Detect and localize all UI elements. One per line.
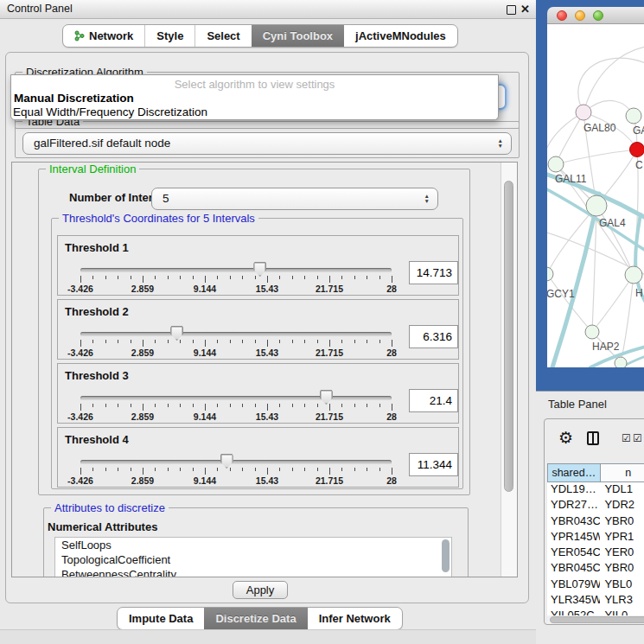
checkbox-icon[interactable]: ☑: [633, 433, 642, 443]
algorithm-option-equal-width[interactable]: Equal Width/Frequency Discretization: [13, 105, 207, 118]
slider-tick: [217, 340, 218, 343]
attribute-list-item[interactable]: SelfLoops: [55, 538, 451, 552]
table-row[interactable]: YPR145WYPR1: [547, 530, 644, 545]
tab-impute-data[interactable]: Impute Data: [118, 608, 204, 629]
slider-tick: [155, 404, 156, 407]
table-row[interactable]: YER054CYER0: [547, 545, 644, 561]
slider-tick: [341, 404, 342, 407]
panel-scrollbar-thumb[interactable]: [504, 181, 513, 492]
slider-track[interactable]: [80, 332, 392, 336]
network-node[interactable]: [630, 143, 644, 157]
float-window-icon[interactable]: [507, 5, 516, 15]
columns-icon[interactable]: [587, 431, 599, 445]
slider-tick-label: -3.426: [59, 348, 102, 358]
slider-track[interactable]: [80, 268, 392, 272]
app-root: Control Panel ✕ NetworkStyleSelectCyni T…: [0, 0, 644, 644]
interval-definition-group: Interval Definition Number of Intervals …: [38, 169, 470, 495]
slider-thumb[interactable]: [170, 326, 183, 341]
network-node[interactable]: [548, 156, 564, 172]
cell-name: YLR3: [600, 593, 644, 609]
network-node[interactable]: [547, 267, 553, 281]
checkbox-icon[interactable]: ☑: [622, 433, 631, 443]
table-row[interactable]: YBR045CYBR0: [547, 561, 644, 577]
column-header-shared-name[interactable]: shared…: [547, 463, 601, 482]
tab-infer-network[interactable]: Infer Network: [308, 608, 402, 629]
slider-tick-label: -3.426: [59, 284, 102, 294]
tab-cyni-toolbox[interactable]: Cyni Toolbox: [252, 25, 344, 47]
table-row[interactable]: YLR345WYLR3: [547, 593, 644, 609]
slider-tick: [230, 340, 231, 343]
list-scrollbar[interactable]: [442, 539, 450, 572]
network-view-window[interactable]: GAL80GACGAL11GAL4GCY1HHAP2: [536, 0, 644, 391]
close-icon[interactable]: ✕: [520, 2, 530, 17]
tab-jactivemnodules[interactable]: jActiveMNodules: [344, 25, 457, 47]
algorithm-hint-option[interactable]: Select algorithm to view settings: [11, 78, 498, 91]
network-canvas[interactable]: GAL80GACGAL11GAL4GCY1HHAP2: [547, 24, 644, 367]
panel-scrollbar-track[interactable]: [501, 163, 517, 577]
minimize-traffic-light-icon[interactable]: [575, 10, 585, 21]
zoom-traffic-light-icon[interactable]: [593, 10, 603, 21]
slider-track[interactable]: [80, 396, 392, 400]
network-node[interactable]: [576, 105, 591, 120]
combobox-stepper-icon[interactable]: ▲▼: [424, 194, 430, 204]
number-of-intervals-combobox[interactable]: 5 ▲▼: [151, 188, 438, 210]
tab-select[interactable]: Select: [194, 25, 251, 47]
tab-network[interactable]: Network: [63, 25, 144, 47]
slider-thumb[interactable]: [320, 390, 333, 405]
table-row[interactable]: YBR043CYBR0: [547, 514, 644, 530]
slider-tick: [180, 276, 181, 279]
tab-discretize-data[interactable]: Discretize Data: [204, 608, 307, 629]
table-data-combobox-value: galFiltered.sif default node: [34, 133, 170, 154]
apply-button[interactable]: Apply: [233, 581, 288, 599]
slider-tick: [118, 404, 118, 407]
slider-tick: [118, 276, 118, 279]
threshold-row: Threshold 2-3.4262.8599.14415.4321.71528…: [57, 299, 459, 360]
numerical-attributes-list[interactable]: SelfLoopsTopologicalCoefficientBetweenne…: [54, 537, 452, 577]
gear-icon[interactable]: ⚙: [558, 430, 573, 446]
slider-tick: [304, 404, 305, 407]
slider-tick: [242, 276, 243, 279]
table-row[interactable]: YIL052CYIL0: [547, 609, 644, 615]
slider-tick: [292, 404, 293, 407]
network-node[interactable]: [626, 108, 641, 124]
network-node[interactable]: [585, 325, 599, 339]
tab-style[interactable]: Style: [144, 25, 194, 47]
network-window-titlebar[interactable]: [547, 7, 644, 24]
slider-tick: [168, 468, 169, 471]
cell-name: YBR0: [600, 514, 644, 530]
threshold-value-field[interactable]: 6.316: [409, 325, 458, 348]
horizontal-scrollbar-thumb[interactable]: [550, 616, 644, 623]
slider-tick: [267, 276, 268, 283]
threshold-value-field[interactable]: 11.344: [409, 453, 458, 476]
slider-tick: [392, 404, 392, 411]
threshold-value-field[interactable]: 14.713: [409, 261, 458, 284]
table-row[interactable]: YDL19…YDL1: [547, 482, 644, 498]
combobox-stepper-icon[interactable]: ▲▼: [498, 138, 503, 149]
slider-track[interactable]: [80, 460, 392, 464]
network-node[interactable]: [586, 195, 607, 216]
column-header-name[interactable]: n: [601, 463, 644, 482]
algorithm-option-manual[interactable]: Manual Discretization: [14, 92, 134, 105]
control-panel-title: Control Panel: [7, 0, 73, 18]
slider-thumb[interactable]: [253, 262, 266, 277]
table-row[interactable]: YBL079WYBL0: [547, 577, 644, 593]
slider-tick: [105, 404, 106, 407]
network-node[interactable]: [625, 266, 642, 284]
table-data-combobox[interactable]: galFiltered.sif default node ▲▼: [22, 132, 512, 155]
slider-tick: [292, 340, 293, 343]
slider-tick: [92, 276, 93, 279]
close-traffic-light-icon[interactable]: [557, 10, 567, 21]
attribute-list-item[interactable]: BetweennessCentrality: [55, 567, 451, 577]
horizontal-scrollbar-track[interactable]: [547, 615, 644, 624]
slider-tick: [304, 276, 305, 279]
network-node[interactable]: [615, 357, 627, 367]
attributes-group: Attributes to discretize Numerical Attri…: [43, 507, 469, 577]
slider-tick: [193, 468, 194, 471]
slider-thumb[interactable]: [220, 454, 233, 469]
threshold-value-field[interactable]: 21.4: [409, 389, 458, 412]
table-data-group: Table Data galFiltered.sif default node …: [15, 121, 520, 158]
slider-tick: [367, 404, 367, 407]
slider-tick: [155, 276, 156, 279]
table-row[interactable]: YDR27…YDR2: [547, 498, 644, 513]
attribute-list-item[interactable]: TopologicalCoefficient: [55, 552, 451, 567]
